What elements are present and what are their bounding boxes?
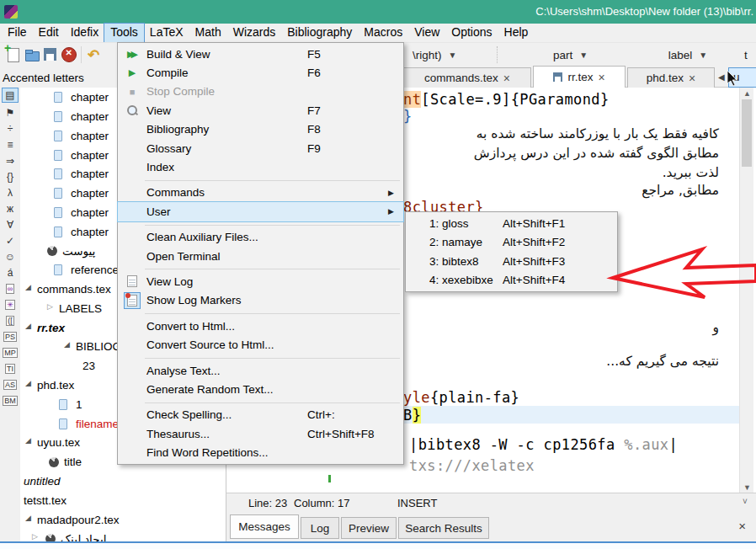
menu-bibliography[interactable]: Bibliography: [281, 24, 358, 42]
postscript-icon[interactable]: PS: [2, 329, 19, 344]
operators-icon[interactable]: ∀: [2, 217, 19, 232]
tab-messages[interactable]: Messages: [230, 514, 299, 539]
menu-item-thesaurus[interactable]: Thesaurus...Ctrl+Shift+F8: [118, 424, 403, 443]
menu-wizards[interactable]: Wizards: [227, 24, 282, 42]
submenu-item-namaye[interactable]: 2: namayeAlt+Shift+F2: [406, 233, 617, 253]
tab-log[interactable]: Log: [301, 517, 339, 539]
tab-phd-tex[interactable]: phd.tex×: [627, 67, 715, 88]
menu-item-compile[interactable]: ▶CompileF6: [118, 63, 403, 82]
asterisk-icon[interactable]: ✳: [2, 297, 19, 312]
menu-file[interactable]: File: [2, 24, 33, 42]
brackets-icon[interactable]: {}: [2, 169, 19, 184]
menu-item-clean-auxiliary[interactable]: Clean Auxiliary Files...: [118, 228, 403, 247]
menu-item-open-terminal[interactable]: Open Terminal: [118, 247, 403, 265]
clipped-combo[interactable]: t: [744, 45, 748, 64]
bookmarks-icon[interactable]: ⚑: [2, 105, 19, 120]
open-file-icon[interactable]: [24, 46, 40, 63]
menu-separator: [118, 354, 403, 361]
menu-edit[interactable]: Edit: [33, 24, 65, 42]
undo-icon[interactable]: ↶: [88, 46, 104, 63]
relations-icon[interactable]: ≡: [2, 137, 19, 152]
submenu-item-gloss[interactable]: 1: glossAlt+Shift+F1: [406, 214, 617, 233]
menu-options[interactable]: Options: [445, 24, 498, 42]
menu-help[interactable]: Help: [498, 24, 535, 42]
division-icon[interactable]: ÷: [2, 121, 19, 136]
check-icon[interactable]: ✓: [2, 233, 19, 248]
tab-preview[interactable]: Preview: [341, 517, 397, 539]
menu-item-glossary[interactable]: GlossaryF9: [118, 139, 403, 157]
menu-item-user[interactable]: User▶: [118, 202, 403, 221]
tab-uyuu-tex-partial[interactable]: u: [728, 67, 756, 88]
menu-separator: [118, 221, 403, 228]
menu-item-check-spelling[interactable]: Check Spelling...Ctrl+:: [118, 406, 403, 424]
new-document-icon[interactable]: [5, 46, 22, 63]
submenu-item-xexebibxe[interactable]: 4: xexebibxeAlt+Shift+F4: [406, 271, 617, 290]
menu-view[interactable]: View: [408, 24, 445, 42]
persian-line-4: مطابق, مراجع: [642, 183, 719, 198]
menu-item-show-log-markers[interactable]: Show Log Markers: [118, 291, 403, 310]
tikz-icon[interactable]: TI: [2, 361, 19, 376]
tab-scroll-left-icon[interactable]: ◀: [718, 72, 725, 82]
compile-icon: ▶: [118, 67, 146, 78]
infinity-icon[interactable]: ∞: [2, 281, 19, 296]
command-preview-line-2: txs:///xelatex: [409, 457, 535, 474]
tab-search-results[interactable]: Search Results: [398, 517, 489, 539]
menu-item-view-log[interactable]: View Log: [118, 272, 403, 290]
scroll-down-icon[interactable]: ˅: [743, 497, 748, 506]
delimiters-icon[interactable]: ([: [2, 313, 19, 328]
right-delimiter-combo[interactable]: \right)▼: [407, 45, 488, 64]
panel-splitter[interactable]: [0, 541, 756, 549]
close-icon[interactable]: ×: [689, 72, 695, 85]
asymptote-icon[interactable]: AS: [2, 377, 19, 392]
greek-icon[interactable]: λ: [2, 185, 19, 200]
editor-vscrollbar[interactable]: ▲ ▼: [739, 88, 753, 493]
arrows-icon[interactable]: ⇒: [2, 153, 19, 168]
menu-math[interactable]: Math: [189, 24, 227, 42]
tree-item-tetstt-tex[interactable]: tetstt.tex: [20, 492, 226, 510]
menu-item-convert-source-to-html[interactable]: Convert Source to Html...: [118, 335, 403, 354]
menu-item-analyse-text[interactable]: Analyse Text...: [118, 361, 403, 380]
scrollbar-thumb[interactable]: [742, 99, 752, 167]
menu-item-convert-to-html[interactable]: Convert to Html...: [118, 317, 403, 335]
panel-title: Accented letters: [3, 72, 84, 84]
code-line-1: nt[Scale=.9]{PGaramond}: [403, 91, 610, 108]
close-icon[interactable]: [61, 46, 77, 63]
menu-macros[interactable]: Macros: [358, 24, 408, 42]
metapost-icon[interactable]: MP: [2, 345, 19, 360]
scroll-up-icon[interactable]: ▲: [743, 89, 751, 98]
menu-item-view[interactable]: ViewF7: [118, 101, 403, 120]
scroll-down-icon[interactable]: ▼: [743, 483, 751, 492]
toolbar-separator: [81, 46, 82, 63]
tree-item-untitled[interactable]: untitled: [20, 472, 226, 491]
menu-tools[interactable]: Tools: [104, 24, 144, 42]
submenu-arrow-icon: ▶: [388, 207, 398, 216]
cyrillic-icon[interactable]: ж: [2, 201, 19, 216]
save-icon[interactable]: [42, 46, 59, 63]
code-line-10: yle{plain-fa}: [403, 389, 519, 406]
label-combo[interactable]: label▼: [643, 45, 732, 64]
accented-icon[interactable]: á: [2, 265, 19, 280]
tab-rr-tex[interactable]: rr.tex×: [533, 66, 626, 88]
menu-item-bibliography[interactable]: BibliographyF8: [118, 120, 403, 139]
close-panel-icon[interactable]: ×: [738, 519, 746, 533]
chevron-down-icon: ▼: [449, 51, 457, 60]
chevron-down-icon: ▼: [699, 51, 707, 60]
menu-item-find-word-repetitions[interactable]: Find Word Repetitions...: [118, 443, 403, 461]
menu-separator: [118, 177, 403, 184]
menu-item-generate-random-text[interactable]: Generate Random Text...: [118, 380, 403, 398]
menu-item-index[interactable]: Index: [118, 157, 403, 176]
menu-item-commands[interactable]: Commands▶: [118, 184, 403, 202]
submenu-item-bibtex8[interactable]: 3: bibtex8Alt+Shift+F3: [406, 252, 617, 271]
tree-item-madadpour2-tex[interactable]: ◢madadpour2.tex: [20, 511, 226, 530]
menu-idefix[interactable]: Idefix: [65, 24, 104, 42]
beamer-icon[interactable]: BM: [2, 393, 19, 408]
menu-item-build-view[interactable]: ▶▶Build & ViewF5: [118, 45, 403, 63]
close-icon[interactable]: ×: [503, 72, 510, 85]
build-view-icon: ▶▶: [118, 49, 146, 60]
sectioning-combo[interactable]: part▼: [505, 45, 636, 64]
structure-icon[interactable]: ▤: [2, 88, 19, 103]
close-icon[interactable]: ×: [598, 71, 604, 84]
menu-latex[interactable]: LaTeX: [144, 24, 189, 42]
smiley-icon[interactable]: ☺: [2, 249, 19, 264]
tab-commands-tex[interactable]: commands.tex×: [403, 67, 531, 88]
